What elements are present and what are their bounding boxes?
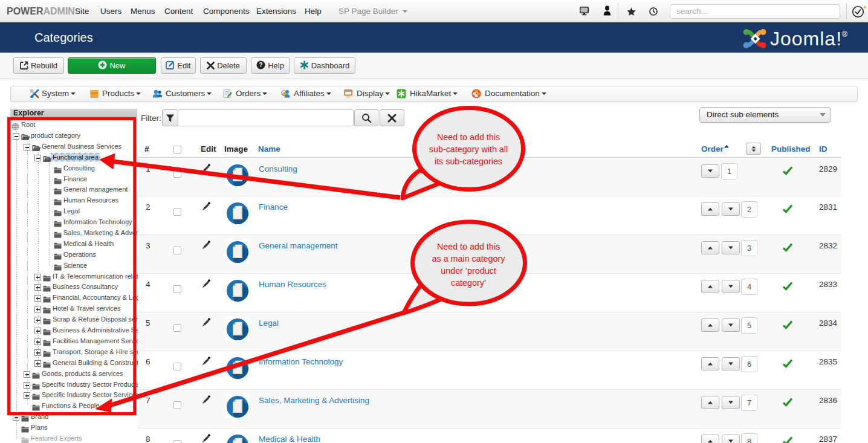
svg-text:Need to add this: Need to add this bbox=[437, 132, 500, 142]
svg-text:category’: category’ bbox=[451, 278, 486, 288]
svg-text:sub-category with all: sub-category with all bbox=[429, 144, 508, 154]
svg-text:?: ? bbox=[259, 62, 263, 68]
